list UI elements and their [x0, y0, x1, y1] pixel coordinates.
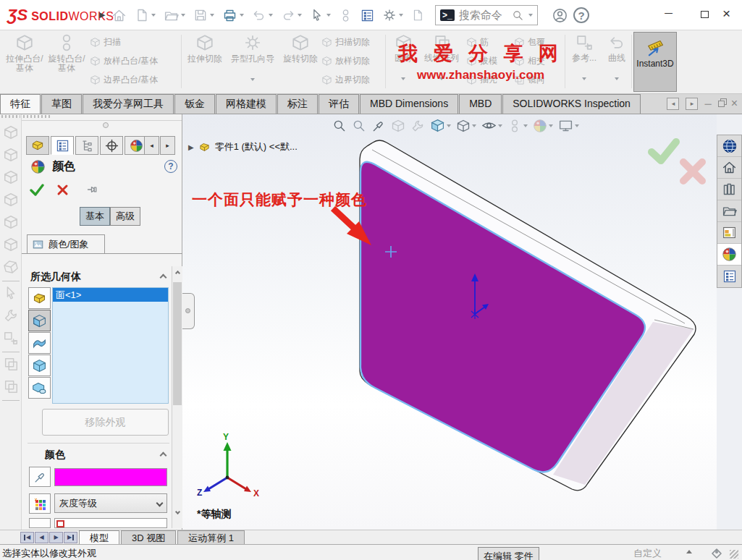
- tab-sketch[interactable]: 草图: [41, 94, 82, 114]
- filter-weldment-button[interactable]: [28, 377, 51, 399]
- view-orientation-icon[interactable]: [428, 116, 453, 135]
- rib-button[interactable]: 筋: [466, 33, 489, 51]
- document-options-icon[interactable]: [408, 7, 427, 24]
- pane-left-button[interactable]: ◂: [667, 98, 679, 110]
- open-button[interactable]: [161, 6, 188, 25]
- tab-features[interactable]: 特征: [0, 94, 41, 114]
- extruded-cut-button[interactable]: 拉伸切除: [185, 33, 224, 64]
- zoom-area-icon[interactable]: [350, 117, 368, 135]
- part-3d-view[interactable]: Y Z X: [182, 114, 717, 530]
- tab-inspection[interactable]: SOLIDWORKS Inspection: [502, 94, 641, 114]
- dropdown-arrow-icon[interactable]: [151, 14, 156, 17]
- nav-next-button[interactable]: ▶: [49, 532, 63, 543]
- scroll-up-button[interactable]: [172, 266, 183, 278]
- tab-annotation[interactable]: 标注: [277, 94, 318, 114]
- search-icon[interactable]: [512, 9, 524, 22]
- display-style-icon[interactable]: [454, 117, 478, 135]
- minimize-button[interactable]: ─: [656, 7, 681, 19]
- options-button[interactable]: [379, 6, 406, 25]
- swept-cut-button[interactable]: 扫描切除: [321, 33, 370, 51]
- panel-grip[interactable]: [23, 115, 52, 118]
- status-expand-arrow[interactable]: [686, 550, 692, 553]
- panel-scrollbar[interactable]: [172, 266, 182, 528]
- color-palette-button[interactable]: [29, 493, 51, 514]
- save-button[interactable]: [190, 6, 217, 25]
- cancel-button[interactable]: [56, 184, 69, 196]
- current-color-swatch[interactable]: [54, 468, 167, 486]
- doc-minimize-button[interactable]: ─: [704, 98, 711, 109]
- hole-wizard-button[interactable]: 异型孔向导: [227, 33, 279, 83]
- tag-icon[interactable]: [711, 548, 722, 559]
- tabs-scroll-left-button[interactable]: ◂: [144, 136, 159, 155]
- maximize-button[interactable]: [701, 9, 709, 20]
- motion-study-tab[interactable]: 运动算例 1: [177, 530, 245, 544]
- color-scale-dropdown[interactable]: 灰度等级: [54, 493, 167, 513]
- hide-show-items-icon[interactable]: [479, 116, 505, 135]
- graphics-viewport[interactable]: Y Z X ▶ 零件1 (默认) <<默...: [182, 114, 717, 530]
- move-body-icon[interactable]: [3, 330, 19, 346]
- fillet-button[interactable]: 圆角: [388, 33, 418, 82]
- search-dropdown-arrow[interactable]: [528, 14, 533, 17]
- tab-mbd-dimensions[interactable]: MBD Dimensions: [360, 94, 458, 114]
- remove-appearance-button[interactable]: 移除外观: [42, 409, 169, 436]
- search-input[interactable]: 搜索命令: [459, 9, 507, 22]
- nav-first-button[interactable]: ◀: [20, 532, 34, 543]
- edit-appearance-icon[interactable]: [505, 117, 530, 135]
- scroll-down-button[interactable]: [172, 507, 183, 519]
- eyedropper-button[interactable]: [29, 467, 51, 487]
- custom-properties-tab[interactable]: [717, 266, 741, 287]
- selection-list[interactable]: 面<1>: [52, 287, 169, 404]
- file-properties-button[interactable]: [358, 7, 377, 25]
- collapse-color-chevron[interactable]: [160, 452, 167, 459]
- tab-mbd[interactable]: MBD: [459, 94, 502, 114]
- redo-button[interactable]: [278, 6, 305, 25]
- view-front-icon[interactable]: [3, 124, 19, 140]
- boundary-boss-button[interactable]: 边界凸台/基体: [90, 71, 158, 88]
- paste-appearance-icon[interactable]: [3, 378, 19, 394]
- pane-right-button[interactable]: ▸: [686, 98, 698, 110]
- new-document-button[interactable]: [132, 6, 159, 25]
- home-tab[interactable]: [717, 157, 741, 179]
- home-button[interactable]: [109, 6, 130, 25]
- design-library-tab[interactable]: [717, 179, 741, 200]
- sw-resources-tab[interactable]: [717, 135, 741, 157]
- filter-part-button[interactable]: [28, 287, 51, 309]
- view-bottom-icon[interactable]: [3, 237, 19, 253]
- configuration-manager-tab[interactable]: [75, 136, 98, 155]
- ghost-cancel-icon[interactable]: [683, 162, 702, 181]
- tab-evaluate[interactable]: 评估: [319, 94, 359, 114]
- mirror-button[interactable]: 镜向: [514, 71, 545, 88]
- section-view-icon[interactable]: [389, 117, 408, 135]
- command-search-box[interactable]: >_ 搜索命令: [435, 5, 538, 25]
- scrollbar-thumb[interactable]: [173, 282, 182, 405]
- view-settings-icon[interactable]: [556, 116, 581, 135]
- featuremanager-tree-tab[interactable]: [26, 136, 49, 155]
- nav-prev-button[interactable]: ◀: [35, 532, 49, 543]
- tabs-scroll-right-button[interactable]: ▸: [160, 136, 175, 155]
- draft-button[interactable]: 拔模: [466, 52, 497, 69]
- intersect-button[interactable]: 相交: [514, 52, 545, 69]
- view-isometric-icon[interactable]: [3, 259, 19, 275]
- dropdown-chevron[interactable]: [156, 500, 164, 507]
- view-top-icon[interactable]: [3, 214, 19, 230]
- previous-view-icon[interactable]: [369, 117, 388, 135]
- nav-last-button[interactable]: ▶: [64, 532, 77, 543]
- lofted-boss-button[interactable]: 放样凸台/基体: [90, 52, 158, 69]
- color-image-page-tab[interactable]: 颜色/图象: [27, 234, 105, 253]
- file-explorer-tab[interactable]: [717, 200, 741, 222]
- revolved-cut-button[interactable]: 旋转切除: [281, 33, 320, 64]
- tab-sheet-metal[interactable]: 钣金: [174, 94, 215, 114]
- swept-boss-button[interactable]: 扫描: [90, 33, 121, 51]
- view-palette-tab[interactable]: [717, 222, 741, 244]
- doc-close-button[interactable]: ×: [731, 97, 738, 110]
- apply-scene-icon[interactable]: [531, 117, 555, 135]
- doc-restore-button[interactable]: [718, 101, 725, 107]
- basic-mode-button[interactable]: 基本: [80, 207, 110, 226]
- ok-button[interactable]: [29, 182, 45, 197]
- resize-grip[interactable]: [730, 550, 738, 559]
- tab-share-tools[interactable]: 我爱分享网工具: [83, 94, 174, 114]
- help-icon[interactable]: ?: [164, 160, 177, 173]
- view-right-icon[interactable]: [3, 192, 19, 208]
- ghost-ok-icon[interactable]: [652, 142, 676, 161]
- account-button[interactable]: [549, 5, 571, 26]
